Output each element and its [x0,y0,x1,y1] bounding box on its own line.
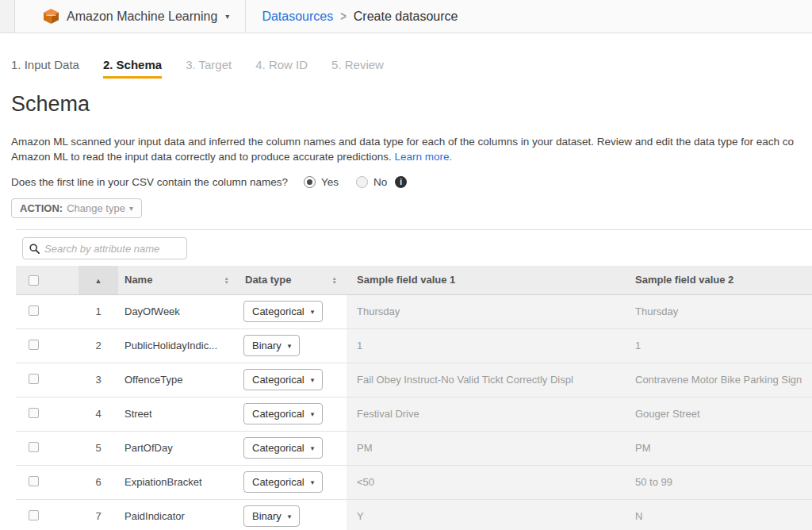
radio-yes-circle[interactable] [304,176,316,188]
main-content: 1. Input Data 2. Schema 3. Target 4. Row… [0,58,812,530]
radio-yes-label: Yes [321,176,339,188]
name-column-header[interactable]: Name ▲▼ [118,266,239,294]
learn-more-link[interactable]: Learn more. [395,151,453,163]
attribute-name: PartOfDay [118,431,239,465]
radio-no-circle[interactable] [356,176,368,188]
row-number: 6 [79,465,118,499]
sample-1-column-header: Sample field value 1 [347,266,626,294]
step-schema[interactable]: 2. Schema [103,58,162,79]
sample-value-2: 50 to 99 [626,465,812,499]
search-row [16,230,812,266]
info-icon[interactable]: i [395,176,407,188]
service-menu[interactable]: Amazon Machine Learning ▾ [15,0,245,33]
sample-value-2: N [626,499,812,530]
row-number: 1 [79,294,118,328]
select-all-header [16,266,79,294]
data-type-column-header[interactable]: Data type ▲▼ [239,266,347,294]
sample-value-1: PM [347,431,626,465]
chevron-down-icon: ▾ [311,478,315,486]
row-number: 4 [79,397,118,431]
sort-both-icon: ▲▼ [224,276,229,284]
data-type-dropdown[interactable]: Categorical ▾ [243,403,323,424]
sample-value-2: 1 [626,328,812,363]
attribute-name: Street [118,397,239,431]
schema-table: ▲ Name ▲▼ Data type ▲▼ Samp [16,266,812,530]
action-change-type-button[interactable]: ACTION: Change type ▾ [11,198,142,218]
data-type-dropdown[interactable]: Binary ▾ [243,335,300,356]
sample-value-2: Gouger Street [626,397,812,431]
data-type-dropdown[interactable]: Categorical ▾ [243,301,323,322]
row-checkbox[interactable] [29,442,39,452]
row-number: 7 [79,499,118,530]
top-navigation-bar: Amazon Machine Learning ▾ Datasources > … [0,0,812,33]
data-type-dropdown[interactable]: Categorical ▾ [243,437,323,459]
row-checkbox[interactable] [29,510,39,520]
data-type-dropdown[interactable]: Categorical ▾ [243,369,323,390]
step-row-id: 4. Row ID [255,58,308,79]
row-checkbox[interactable] [29,340,39,350]
row-checkbox[interactable] [29,476,39,486]
row-checkbox[interactable] [29,408,39,418]
row-checkbox[interactable] [29,374,39,384]
page-title: Schema [11,92,812,117]
row-checkbox[interactable] [29,305,39,316]
breadcrumb-datasources-link[interactable]: Datasources [262,10,333,24]
radio-yes[interactable]: Yes [304,176,339,188]
attribute-name: PaidIndicator [118,499,239,530]
table-row: 2 PublicHolidayIndic... Binary ▾ 1 1 [16,328,812,363]
chevron-down-icon: ▾ [311,308,315,316]
table-row: 5 PartOfDay Categorical ▾ PM PM [16,431,812,465]
data-type-dropdown[interactable]: Binary ▾ [243,505,300,527]
table-header-row: ▲ Name ▲▼ Data type ▲▼ Samp [16,266,812,294]
step-review: 5. Review [331,58,384,79]
attribute-name: PublicHolidayIndic... [118,328,239,363]
action-value: Change type [67,202,125,214]
breadcrumb: Datasources > Create datasource [246,0,458,33]
chevron-down-icon: ▾ [311,444,315,452]
description-line-2: Amazon ML to read the input data correct… [11,149,812,164]
csv-question-label: Does the first line in your CSV contain … [11,176,288,188]
chevron-down-icon: ▾ [288,342,292,350]
row-number: 2 [79,328,118,363]
data-type-dropdown[interactable]: Categorical ▾ [243,471,323,493]
radio-no[interactable]: No [356,176,387,188]
table-row: 1 DayOfWeek Categorical ▾ Thursday Thurs… [16,294,812,328]
action-label: ACTION: [20,202,63,214]
sample-value-2: PM [626,431,812,465]
sample-value-1: <50 [347,465,626,499]
description-line-1: Amazon ML scanned your input data and in… [11,134,812,149]
table-row: 3 OffenceType Categorical ▾ Fail Obey In… [16,363,812,397]
amazon-ml-logo-icon [44,9,59,24]
wizard-steps: 1. Input Data 2. Schema 3. Target 4. Row… [11,58,812,79]
chevron-down-icon: ▾ [225,12,229,21]
breadcrumb-chevron-icon: > [340,9,347,24]
search-input[interactable] [44,243,186,255]
breadcrumb-current: Create datasource [354,10,458,24]
nav-strip [0,0,15,33]
schema-table-panel: ▲ Name ▲▼ Data type ▲▼ Samp [16,229,812,530]
sample-value-2: Thursday [626,294,812,328]
sample-value-1: Y [347,499,626,530]
search-box[interactable] [22,237,187,259]
chevron-down-icon: ▾ [288,513,292,520]
attribute-name: OffenceType [118,363,239,397]
service-title: Amazon Machine Learning [67,10,217,24]
table-row: 6 ExpiationBracket Categorical ▾ <50 50 … [16,465,812,499]
page-description: Amazon ML scanned your input data and in… [11,134,812,164]
table-body: 1 DayOfWeek Categorical ▾ Thursday Thurs… [16,294,812,530]
sample-value-1: Festival Drive [347,397,626,431]
step-target: 3. Target [186,58,232,79]
sample-value-2: Contravene Motor Bike Parking Sign [626,363,812,397]
table-row: 4 Street Categorical ▾ Festival Drive Go… [16,397,812,431]
step-input-data[interactable]: 1. Input Data [11,58,79,79]
sort-ascending-icon: ▲ [95,277,102,285]
sample-value-1: Thursday [347,294,626,328]
select-all-checkbox[interactable] [29,275,39,286]
row-number-header[interactable]: ▲ [79,266,118,294]
csv-header-question-row: Does the first line in your CSV contain … [11,176,812,188]
row-number: 3 [79,363,118,397]
attribute-name: DayOfWeek [118,294,239,328]
row-number: 5 [79,431,118,465]
search-icon [29,244,40,254]
chevron-down-icon: ▾ [311,410,315,418]
